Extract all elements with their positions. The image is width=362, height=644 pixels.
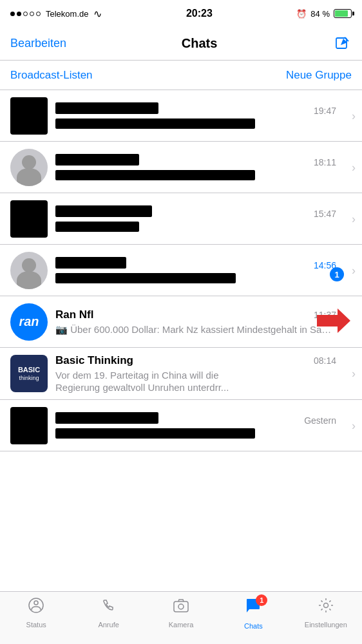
compose-button[interactable]: [332, 34, 352, 53]
chat-item-ran[interactable]: ran Ran Nfl 11:37 📷 Über 600.000 Dollar:…: [0, 296, 362, 348]
compose-icon: [334, 36, 350, 52]
chat-header-basic: Basic Thinking 08:14: [55, 354, 336, 367]
chat-time-3: 15:47: [314, 209, 336, 219]
chat-item-4[interactable]: 14:56 1 ›: [0, 245, 362, 296]
battery-icon: [334, 9, 352, 18]
tab-chats[interactable]: 1 Chats: [217, 597, 289, 630]
chat-header-7: Gestern: [55, 412, 336, 426]
chat-name-4: [55, 257, 126, 269]
dot1: [10, 12, 15, 16]
chat-preview-basic-line2: Regierung gewaltvoll Unruhen unterdrr...: [55, 382, 336, 393]
status-right: ⏰ 84 %: [296, 9, 352, 19]
chat-header-1: 19:47: [55, 102, 336, 116]
status-time: 20:23: [186, 8, 213, 19]
edit-button[interactable]: Bearbeiten: [10, 37, 66, 50]
chevron-1: ›: [352, 109, 356, 122]
preview-row-3: [55, 222, 336, 232]
tab-camera[interactable]: Kamera: [145, 597, 217, 629]
unread-badge-4: 1: [330, 267, 344, 281]
chat-content-2: 18:11: [55, 154, 352, 180]
battery-label: 84 %: [310, 9, 330, 19]
broadcast-button[interactable]: Broadcast-Listen: [10, 69, 93, 82]
chat-preview-ran: 📷 Über 600.000 Dollar: Mark Nz kassiert …: [55, 324, 336, 336]
settings-icon: [318, 597, 334, 618]
chat-name-1: [55, 102, 158, 114]
chat-header-3: 15:47: [55, 205, 336, 219]
nav-bar: Bearbeiten Chats: [0, 27, 362, 61]
chat-item-7[interactable]: Gestern ›: [0, 400, 362, 451]
tab-calls[interactable]: Anrufe: [72, 597, 144, 629]
chat-header-ran: Ran Nfl 11:37: [55, 308, 336, 321]
preview-row-1: [55, 118, 336, 129]
chat-name-3: [55, 205, 152, 217]
svg-point-5: [178, 604, 184, 609]
tab-settings[interactable]: Einstellungen: [290, 597, 362, 629]
avatar-4: [10, 252, 48, 289]
chat-preview-1: [55, 118, 255, 129]
chat-time-7: Gestern: [304, 415, 336, 426]
camera-label: Kamera: [169, 621, 194, 629]
actions-row: Broadcast-Listen Neue Gruppe: [0, 61, 362, 90]
svg-point-6: [323, 603, 328, 608]
chat-preview-4: [55, 273, 236, 283]
dot2: [17, 12, 21, 16]
tab-status[interactable]: Status: [0, 597, 72, 629]
alarm-icon: ⏰: [296, 9, 307, 19]
chats-badge: 1: [256, 594, 267, 606]
preview-row-4: [55, 273, 336, 283]
chat-name-2: [55, 154, 139, 166]
avatar-3: [10, 200, 48, 238]
carrier-label: Telekom.de: [46, 9, 88, 19]
chat-preview-7: [55, 428, 255, 439]
chat-content-7: Gestern: [55, 412, 352, 439]
preview-row-2: [55, 170, 336, 180]
chat-preview-3: [55, 222, 139, 232]
dot4: [30, 12, 34, 16]
svg-point-3: [34, 601, 38, 605]
avatar-7: [10, 407, 48, 444]
chat-content-ran: Ran Nfl 11:37 📷 Über 600.000 Dollar: Mar…: [55, 308, 352, 336]
chat-name-ran: Ran Nfl: [55, 308, 94, 321]
chat-content-4: 14:56: [55, 257, 352, 283]
red-arrow-icon: [317, 308, 350, 336]
basic-logo-text: BASICthinking: [18, 366, 40, 382]
chat-name-7: [55, 412, 158, 424]
chevron-basic: ›: [352, 367, 356, 381]
dot5: [36, 12, 41, 16]
preview-row-basic: Vor dem 19. Parteitag in China will die …: [55, 370, 336, 393]
preview-row-7: [55, 428, 336, 439]
tab-bar: Status Anrufe Kamera 1 Chats: [0, 591, 362, 644]
chat-item-basic[interactable]: BASICthinking Basic Thinking 08:14 Vor d…: [0, 348, 362, 400]
status-bar: Telekom.de ∿ 20:23 ⏰ 84 %: [0, 0, 362, 27]
chevron-2: ›: [352, 160, 356, 174]
chat-time-basic: 08:14: [314, 355, 336, 366]
dot3: [23, 12, 28, 16]
new-group-button[interactable]: Neue Gruppe: [286, 69, 352, 82]
chevron-3: ›: [352, 212, 356, 225]
chat-item-1[interactable]: 19:47 ›: [0, 90, 362, 142]
page-title: Chats: [182, 36, 218, 51]
main-content: Telekom.de ∿ 20:23 ⏰ 84 % Bearbeiten Cha…: [0, 0, 362, 591]
avatar-2: [10, 149, 48, 186]
avatar-ran: ran: [10, 303, 48, 341]
chat-header-2: 18:11: [55, 154, 336, 167]
avatar-basic: BASICthinking: [10, 355, 48, 392]
chat-content-1: 19:47: [55, 102, 352, 129]
chevron-7: ›: [352, 419, 356, 432]
battery-fill: [335, 10, 348, 17]
status-left: Telekom.de ∿: [10, 8, 102, 20]
preview-row-ran: 📷 Über 600.000 Dollar: Mark Nz kassiert …: [55, 324, 336, 336]
ran-logo: ran: [19, 314, 39, 329]
chevron-4: ›: [352, 263, 356, 277]
chats-icon: 1: [244, 597, 262, 620]
chat-time-1: 19:47: [314, 106, 336, 116]
chat-item-2[interactable]: 18:11 ›: [0, 142, 362, 193]
chat-preview-basic-line1: Vor dem 19. Parteitag in China will die: [55, 370, 336, 381]
status-label: Status: [26, 621, 46, 629]
settings-label: Einstellungen: [305, 621, 347, 629]
calls-icon: [100, 597, 117, 618]
chat-header-4: 14:56: [55, 257, 336, 270]
chat-preview-2: [55, 170, 255, 180]
chat-item-3[interactable]: 15:47 ›: [0, 193, 362, 245]
signal-dots: [10, 12, 41, 16]
